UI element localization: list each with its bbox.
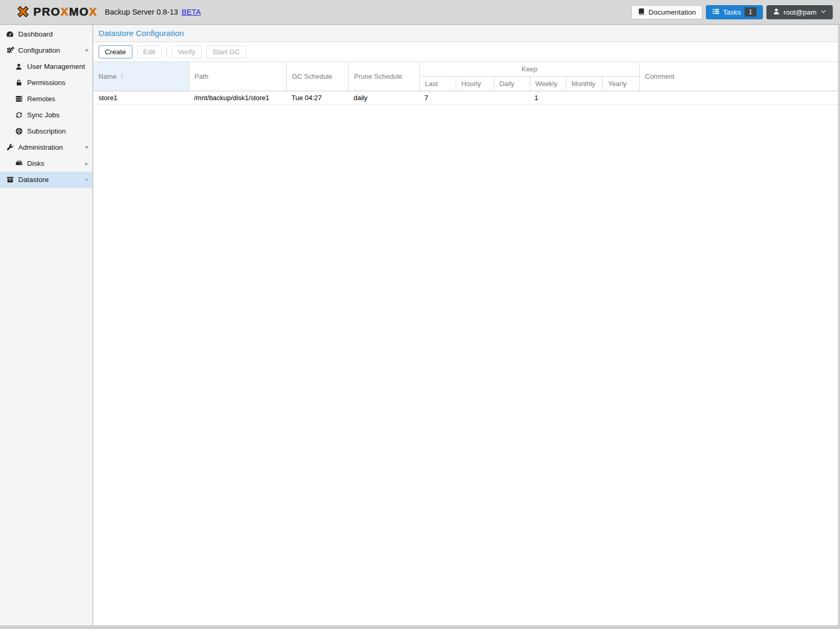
user-menu-button[interactable]: root@pam <box>766 5 833 19</box>
sidebar-item-user-management[interactable]: User Management <box>0 58 92 75</box>
sidebar-nav: Dashboard <box>0 25 93 625</box>
start-gc-button[interactable]: Start GC <box>206 45 247 58</box>
column-header-keep-yearly[interactable]: Yearly <box>602 77 639 91</box>
sidebar-item-datastore[interactable]: Datastore ▾ <box>0 172 92 188</box>
sidebar-item-permissions[interactable]: Permissions <box>0 75 92 91</box>
column-header-keep-weekly[interactable]: Weekly <box>530 77 566 91</box>
sidebar-item-label: Administration <box>18 143 63 151</box>
tasks-count-badge: 1 <box>745 7 757 17</box>
verify-button[interactable]: Verify <box>172 45 202 58</box>
column-header-label: Name <box>99 72 117 80</box>
create-button[interactable]: Create <box>99 45 132 58</box>
sort-ascending-icon: ↑ <box>120 72 124 81</box>
sidebar-item-label: Configuration <box>18 46 60 54</box>
wordmark-mo: MO <box>69 5 89 18</box>
book-icon <box>638 8 645 17</box>
sidebar-item-label: Datastore <box>18 176 49 184</box>
tasks-label: Tasks <box>723 8 741 16</box>
user-label: root@pam <box>784 8 817 16</box>
toolbar-separator <box>166 47 167 57</box>
proxmox-x-icon <box>16 5 30 19</box>
table-row[interactable]: store1 /mnt/backup/disk1/store1 Tue 04:2… <box>93 91 838 105</box>
chevron-down-icon[interactable]: ▾ <box>85 176 88 183</box>
sidebar-item-label: Sync Jobs <box>27 111 59 119</box>
topbar-actions: Documentation Tasks 1 <box>631 5 833 19</box>
page-title-text: Datastore Configuration <box>99 29 184 38</box>
beta-link[interactable]: BETA <box>181 8 201 16</box>
tasks-button[interactable]: Tasks 1 <box>706 5 763 19</box>
support-icon <box>14 127 23 135</box>
cell-path: /mnt/backup/disk1/store1 <box>189 94 286 102</box>
sidebar-item-label: Permissions <box>27 79 66 87</box>
sidebar-item-dashboard[interactable]: Dashboard <box>0 26 92 42</box>
column-header-comment[interactable]: Comment <box>639 62 838 91</box>
archive-icon <box>5 176 15 184</box>
column-header-label: GC Schedule <box>292 72 332 80</box>
sidebar-item-configuration[interactable]: Configuration ▾ <box>0 42 92 58</box>
sidebar-item-subscription[interactable]: Subscription <box>0 123 92 139</box>
sync-icon <box>14 111 23 119</box>
sidebar-item-label: Disks <box>27 160 44 167</box>
proxmox-backup-server-app: PROXMOX Backup Server 0.8-13 BETA Docume… <box>0 0 840 629</box>
sidebar-item-administration[interactable]: Administration ▾ <box>0 139 92 155</box>
column-group-keep: Keep Last Hourly Daily Weekly Monthly Ye… <box>419 62 639 91</box>
chevron-down-icon[interactable]: ▾ <box>85 47 88 54</box>
hdd-icon <box>14 160 23 167</box>
server-icon <box>14 95 23 103</box>
keep-group-label: Keep <box>420 62 639 77</box>
column-header-keep-monthly[interactable]: Monthly <box>566 77 602 91</box>
chevron-right-icon[interactable]: ▸ <box>85 160 88 167</box>
wordmark-x2: X <box>89 5 98 18</box>
sidebar-item-label: User Management <box>27 63 85 70</box>
sidebar-item-label: Dashboard <box>18 30 53 38</box>
page-title: Datastore Configuration <box>93 25 838 42</box>
column-header-label: Path <box>194 72 209 80</box>
wrench-icon <box>5 143 15 151</box>
column-header-prune-schedule[interactable]: Prune Schedule <box>348 62 419 91</box>
cell-prune-schedule: daily <box>348 94 419 102</box>
column-header-keep-daily[interactable]: Daily <box>494 77 530 91</box>
sidebar-item-sync-jobs[interactable]: Sync Jobs <box>0 107 92 123</box>
table-header: Name ↑ Path GC Schedule Prune Schedule K… <box>93 62 838 91</box>
main-content-panel: Datastore Configuration Create Edit Veri… <box>93 25 838 625</box>
sidebar-item-disks[interactable]: Disks ▸ <box>0 155 92 172</box>
cell-keep-weekly: 1 <box>529 94 566 102</box>
cell-name: store1 <box>93 94 189 102</box>
proxmox-wordmark: PROXMOX <box>33 5 98 19</box>
wordmark-pro: PRO <box>33 5 60 18</box>
documentation-label: Documentation <box>649 8 696 16</box>
column-header-label: Comment <box>645 72 674 80</box>
gears-icon <box>5 46 15 55</box>
keep-subcolumns: Last Hourly Daily Weekly Monthly Yearly <box>420 77 639 91</box>
column-header-keep-last[interactable]: Last <box>420 77 456 91</box>
documentation-button[interactable]: Documentation <box>631 5 702 19</box>
sidebar-item-remotes[interactable]: Remotes <box>0 91 92 107</box>
edit-button[interactable]: Edit <box>137 45 162 58</box>
proxmox-logo: PROXMOX <box>16 5 98 19</box>
column-header-name[interactable]: Name ↑ <box>93 62 189 91</box>
sidebar-item-label: Remotes <box>27 95 55 103</box>
column-header-path[interactable]: Path <box>189 62 286 91</box>
cell-keep-last: 7 <box>419 94 455 102</box>
product-version-text: Backup Server 0.8-13 <box>105 8 178 16</box>
user-icon <box>14 63 23 70</box>
top-header-bar: PROXMOX Backup Server 0.8-13 BETA Docume… <box>0 0 840 25</box>
sidebar-item-label: Subscription <box>27 127 66 135</box>
datastore-toolbar: Create Edit Verify Start GC <box>93 42 838 62</box>
cell-gc-schedule: Tue 04:27 <box>286 94 348 102</box>
column-header-gc-schedule[interactable]: GC Schedule <box>286 62 348 91</box>
unlock-icon <box>14 79 23 87</box>
chevron-down-icon[interactable]: ▾ <box>85 144 88 151</box>
wordmark-x1: X <box>60 5 69 18</box>
user-icon <box>773 8 780 17</box>
column-header-keep-hourly[interactable]: Hourly <box>456 77 494 91</box>
column-header-label: Prune Schedule <box>354 72 403 80</box>
list-icon <box>712 8 720 17</box>
chevron-down-icon <box>820 8 826 16</box>
gauge-icon <box>5 30 15 39</box>
